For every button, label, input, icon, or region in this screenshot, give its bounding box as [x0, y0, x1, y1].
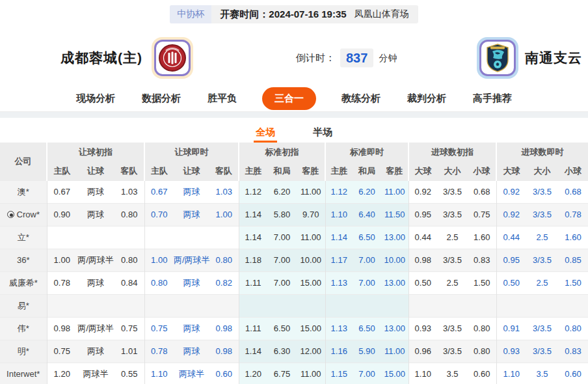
odds-table-row[interactable]: 立* 1.147.0011.001.146.5013.000.442.51.60…: [0, 226, 588, 249]
odds-cell: 1.60: [558, 226, 588, 249]
odds-cell: 0.98: [408, 249, 437, 271]
odds-cell: 0.75: [468, 203, 496, 226]
odds-cell: 0.96: [408, 340, 437, 363]
nav-tab-win-draw-lose[interactable]: 胜平负: [206, 89, 238, 109]
odds-cell: [209, 294, 239, 317]
odds-cell: 3/3.5: [437, 340, 468, 363]
odds-cell: 6.30: [267, 340, 297, 363]
subheader: 让球: [174, 162, 209, 180]
header-goals-live: 进球数即时: [496, 143, 588, 162]
odds-cell: 0.78: [144, 340, 174, 363]
nav-tab-expert-picks[interactable]: 高手推荐: [472, 89, 513, 109]
odds-cell: 两/两球半: [77, 317, 114, 340]
odds-cell: 6.40: [353, 203, 381, 226]
odds-cell: 0.80: [468, 340, 496, 363]
odds-table-row[interactable]: 明* 0.75两球1.010.78两球0.981.146.3012.001.16…: [0, 340, 588, 363]
away-team: 南通支云: [477, 37, 582, 79]
home-team-crest-icon: [154, 40, 191, 76]
subheader: 客胜: [381, 162, 408, 180]
odds-cell: 2.5: [437, 226, 468, 249]
odds-cell: 1.00: [144, 249, 174, 271]
odds-cell: 0.84: [114, 271, 144, 294]
odds-table-body: 澳* 0.67两球1.030.67两球1.031.126.2011.001.12…: [0, 180, 588, 384]
odds-cell: [353, 294, 381, 317]
odds-cell: 3/3.5: [437, 317, 468, 340]
nav-tab-data-analysis[interactable]: 数据分析: [140, 89, 182, 109]
nav-tab-live-analysis[interactable]: 现场分析: [75, 89, 116, 109]
odds-cell: 两球: [174, 340, 209, 363]
odds-cell: 3/3.5: [526, 249, 558, 271]
league-badge: 中协杯: [170, 5, 211, 23]
odds-cell: 1.11: [239, 271, 267, 294]
odds-cell: 1.50: [558, 271, 588, 294]
odds-cell: [144, 226, 174, 249]
odds-table-row[interactable]: 威廉希* 0.78两球0.840.80两球0.821.117.0015.001.…: [0, 271, 588, 294]
odds-cell: 1.20: [239, 363, 267, 384]
odds-cell: 两球半: [174, 363, 209, 384]
odds-cell: 0.55: [114, 363, 144, 384]
odds-cell: 0.80: [144, 271, 174, 294]
odds-table-row[interactable]: 36* 1.00两/两球半0.801.00两/两球半0.801.187.0010…: [0, 249, 588, 271]
odds-cell: 6.50: [353, 317, 381, 340]
home-team-logo: [152, 37, 193, 79]
subheader: 大球: [408, 162, 437, 180]
odds-cell: 6.20: [267, 180, 297, 203]
subheader: 客胜: [297, 162, 325, 180]
odds-cell: 两/两球半: [77, 249, 114, 271]
odds-cell: 1.13: [325, 317, 353, 340]
odds-cell: 3/3.5: [526, 317, 558, 340]
odds-cell: 1.03: [114, 180, 144, 203]
odds-cell: 6.50: [353, 226, 381, 249]
odds-cell: [496, 294, 526, 317]
header-handicap-initial: 让球初指: [47, 143, 144, 162]
odds-table-row[interactable]: 澳* 0.67两球1.030.67两球1.031.126.2011.001.12…: [0, 180, 588, 203]
company-cell: 明*: [0, 340, 47, 363]
odds-table-row[interactable]: 易*: [0, 294, 588, 317]
odds-cell: [209, 226, 239, 249]
nav-tab-referee-analysis[interactable]: 裁判分析: [406, 89, 448, 109]
home-team: 成都蓉城(主): [60, 37, 193, 79]
odds-cell: [325, 294, 353, 317]
odds-cell: 0.68: [558, 180, 588, 203]
odds-table-row[interactable]: Interwet* 1.20两球半0.551.10两球半0.601.206.75…: [0, 363, 588, 384]
odds-cell: 12.00: [297, 340, 325, 363]
odds-cell: 两球: [77, 340, 114, 363]
tab-half-match[interactable]: 半场: [311, 126, 334, 143]
odds-table-row[interactable]: 伟* 0.98两/两球半0.750.75两球0.981.116.5015.001…: [0, 317, 588, 340]
odds-cell: 6.75: [267, 363, 297, 384]
away-team-crest-icon: [479, 40, 516, 76]
odds-cell: 3/3.5: [437, 203, 468, 226]
match-header: 成都蓉城(主) 倒计时： 837 分钟: [0, 30, 588, 86]
odds-cell: [114, 226, 144, 249]
odds-cell: 6.20: [353, 180, 381, 203]
odds-cell: 1.14: [239, 203, 267, 226]
odds-cell: 0.91: [496, 317, 526, 340]
nav-tab-three-in-one[interactable]: 三合一: [262, 87, 316, 110]
odds-cell: [174, 294, 209, 317]
odds-cell: 1.18: [239, 249, 267, 271]
odds-cell: 0.85: [558, 249, 588, 271]
odds-cell: 7.00: [353, 271, 381, 294]
odds-cell: 0.75: [144, 317, 174, 340]
odds-cell: 15.00: [297, 271, 325, 294]
odds-cell: 7.00: [353, 249, 381, 271]
odds-cell: 3/3.5: [526, 340, 558, 363]
header-handicap-live: 让球即时: [144, 143, 239, 162]
odds-cell: 1.14: [239, 340, 267, 363]
odds-cell: [174, 226, 209, 249]
odds-cell: 0.98: [209, 317, 239, 340]
nav-tab-coach-analysis[interactable]: 教练分析: [340, 89, 382, 109]
odds-cell: 1.00: [209, 203, 239, 226]
odds-table-row[interactable]: Crow* 0.90两球0.800.70两球1.001.145.809.701.…: [0, 203, 588, 226]
odds-cell: 1.10: [496, 363, 526, 384]
tab-full-match[interactable]: 全场: [254, 126, 277, 143]
company-name: 明*: [18, 346, 29, 356]
header-standard-initial: 标准初指: [239, 143, 325, 162]
match-info-pill: 中协杯 开赛时间：2024-07-16 19:35 凤凰山体育场: [170, 5, 418, 23]
odds-cell: [526, 294, 558, 317]
odds-cell: 0.95: [408, 203, 437, 226]
subheader: 主队: [47, 162, 77, 180]
subheader: 小球: [468, 162, 496, 180]
odds-cell: 两球: [174, 271, 209, 294]
odds-cell: 13.00: [381, 271, 408, 294]
